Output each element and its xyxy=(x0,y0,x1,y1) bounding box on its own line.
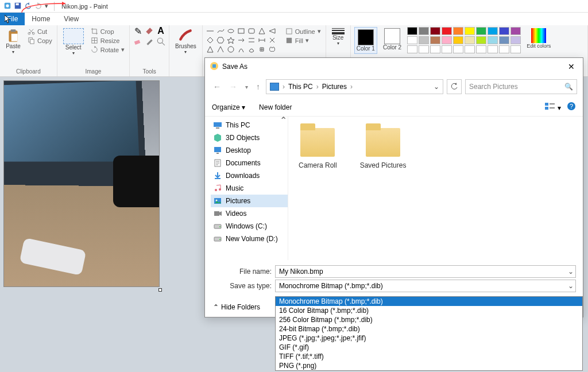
titlebar: ▾ Nikon.jpg - Paint xyxy=(0,0,588,13)
svg-rect-15 xyxy=(238,29,244,33)
text-tool[interactable]: A xyxy=(156,27,165,35)
svg-marker-17 xyxy=(259,28,265,34)
nav-item-documents[interactable]: Documents xyxy=(211,157,288,169)
filename-label: File name: xyxy=(212,268,275,276)
brushes-button[interactable]: Brushes▾ xyxy=(173,27,199,56)
svg-point-42 xyxy=(219,188,221,191)
folder-camera-roll[interactable]: Camera Roll xyxy=(299,128,337,169)
svg-rect-6 xyxy=(11,34,18,41)
select-button[interactable]: Select▾ xyxy=(61,27,86,57)
palette-row2[interactable] xyxy=(407,36,521,44)
folder-saved-pictures[interactable]: Saved Pictures xyxy=(360,128,407,169)
type-option[interactable]: PNG (*.png) xyxy=(276,361,582,370)
bucket-tool[interactable] xyxy=(145,27,154,35)
svg-rect-3 xyxy=(16,3,19,5)
nav-back[interactable]: ← xyxy=(211,82,223,91)
view-options-button[interactable]: ▾ xyxy=(544,102,561,112)
outline-button[interactable]: Outline ▾ xyxy=(284,27,322,36)
brush-icon xyxy=(178,28,193,43)
palette-row3[interactable] xyxy=(407,45,521,53)
canvas-image[interactable] xyxy=(3,80,160,287)
svg-rect-30 xyxy=(545,107,548,110)
type-option[interactable]: GIF (*.gif) xyxy=(276,343,582,352)
nav-recent[interactable]: ▾ xyxy=(243,84,250,90)
palette-row1[interactable] xyxy=(407,27,521,35)
color2-swatch xyxy=(384,28,400,44)
svg-rect-38 xyxy=(216,153,219,154)
undo-icon[interactable] xyxy=(24,2,32,11)
file-menu[interactable]: File xyxy=(0,13,25,25)
svg-point-14 xyxy=(228,29,234,33)
fill-button[interactable]: Fill ▾ xyxy=(284,36,322,45)
type-option[interactable]: 24-bit Bitmap (*.bmp;*.dib) xyxy=(276,324,582,334)
resize-button[interactable]: Resize xyxy=(90,36,126,45)
menu-bar: File Home View xyxy=(0,13,588,25)
nav-item-3d-objects[interactable]: 3D Objects xyxy=(211,131,288,144)
rotate-button[interactable]: Rotate ▾ xyxy=(90,45,126,54)
file-list[interactable]: Camera Roll Saved Pictures xyxy=(288,117,583,260)
filename-input[interactable]: My Nikon.bmp⌄ xyxy=(275,265,576,278)
copy-button[interactable]: Copy xyxy=(26,36,53,45)
close-button[interactable]: ✕ xyxy=(564,62,578,71)
nav-item-desktop[interactable]: Desktop xyxy=(211,144,288,157)
nav-item-new-volume-d-[interactable]: New Volume (D:) xyxy=(211,232,288,245)
nav-item-this-pc[interactable]: This PC xyxy=(211,119,288,131)
home-tab[interactable]: Home xyxy=(25,13,57,25)
type-option[interactable]: TIFF (*.tif;*.tiff) xyxy=(276,352,582,361)
type-option[interactable]: Monochrome Bitmap (*.bmp;*.dib) xyxy=(276,297,582,306)
svg-point-1 xyxy=(6,4,9,7)
svg-rect-25 xyxy=(287,38,292,43)
shapes-gallery[interactable] xyxy=(206,27,281,53)
newfolder-button[interactable]: New folder xyxy=(259,103,292,111)
svg-point-23 xyxy=(228,46,234,52)
type-option[interactable]: JPEG (*.jpg;*.jpeg;*.jpe;*.jfif) xyxy=(276,334,582,343)
saveastype-dropdown[interactable]: Monochrome Bitmap (*.bmp;*.dib)16 Color … xyxy=(275,296,583,371)
chevron-down-icon[interactable]: ⌄ xyxy=(568,268,574,276)
breadcrumb[interactable]: › This PC › Pictures › ⌄ xyxy=(266,79,443,94)
magnify-tool[interactable] xyxy=(156,37,165,45)
picker-tool[interactable] xyxy=(145,37,154,45)
paste-button[interactable]: Paste▾ xyxy=(3,27,23,56)
down-icon xyxy=(213,171,222,180)
saveastype-combobox[interactable]: Monochrome Bitmap (*.bmp;*.dib)⌄ xyxy=(275,280,576,292)
nav-item-videos[interactable]: Videos xyxy=(211,207,288,220)
nav-item-music[interactable]: Music xyxy=(211,182,288,195)
color1-button[interactable]: Color 1 xyxy=(354,27,377,54)
redo-icon[interactable] xyxy=(34,2,42,11)
group-clipboard: Paste▾ Cut Copy Clipboard xyxy=(0,25,57,76)
drive-icon xyxy=(213,222,222,231)
qat-dropdown-icon[interactable]: ▾ xyxy=(45,2,48,10)
group-image: Select▾ Crop Resize Rotate ▾ Image xyxy=(57,25,130,76)
save-quick-icon[interactable] xyxy=(14,2,22,11)
resize-handle[interactable] xyxy=(158,288,162,292)
select-icon xyxy=(63,28,84,44)
help-button[interactable]: ? xyxy=(567,102,576,113)
organize-button[interactable]: Organize ▾ xyxy=(212,103,245,111)
view-tab[interactable]: View xyxy=(57,13,86,25)
svg-rect-5 xyxy=(11,29,16,32)
cut-button[interactable]: Cut xyxy=(26,27,53,36)
color2-button[interactable]: Color 2 xyxy=(381,27,404,52)
nav-scroll-up[interactable]: ⌃ xyxy=(280,117,287,123)
type-option[interactable]: 16 Color Bitmap (*.bmp;*.dib) xyxy=(276,306,582,315)
edit-colors-button[interactable]: Edit colors xyxy=(524,27,553,50)
svg-rect-24 xyxy=(287,29,292,34)
music-icon xyxy=(213,184,222,193)
refresh-button[interactable] xyxy=(447,79,462,94)
nav-item-windows-c-[interactable]: Windows (C:) xyxy=(211,220,288,232)
svg-marker-19 xyxy=(207,37,213,43)
pencil-tool[interactable]: ✎ xyxy=(133,27,142,35)
chevron-down-icon[interactable]: ⌄ xyxy=(568,282,574,290)
crop-button[interactable]: Crop xyxy=(90,27,126,36)
size-button[interactable]: Size▾ xyxy=(330,27,347,47)
svg-rect-36 xyxy=(216,127,219,129)
nav-up[interactable]: ↑ xyxy=(254,82,262,91)
eraser-tool[interactable] xyxy=(133,37,142,45)
search-input[interactable]: Search Pictures 🔍 xyxy=(465,79,577,94)
svg-marker-21 xyxy=(227,37,234,44)
nav-item-pictures[interactable]: Pictures xyxy=(211,195,288,207)
type-option[interactable]: 256 Color Bitmap (*.bmp;*.dib) xyxy=(276,315,582,324)
svg-point-49 xyxy=(219,239,220,240)
svg-rect-40 xyxy=(215,178,220,179)
nav-item-downloads[interactable]: Downloads xyxy=(211,169,288,182)
